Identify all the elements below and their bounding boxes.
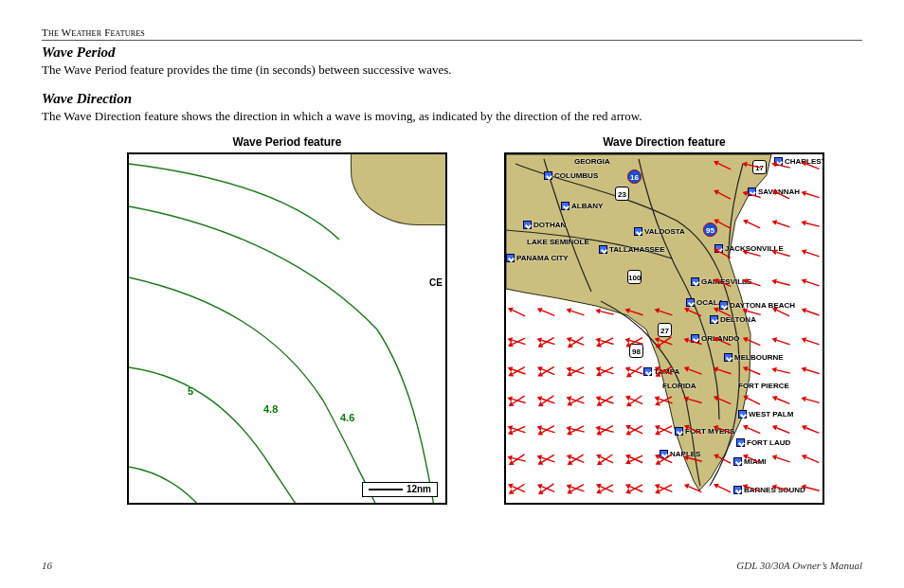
svg-marker-159: [742, 393, 749, 401]
svg-line-64: [513, 338, 526, 344]
svg-line-226: [748, 457, 761, 463]
svg-line-122: [717, 369, 731, 374]
svg-line-196: [805, 428, 819, 434]
svg-marker-251: [624, 489, 631, 496]
svg-marker-193: [742, 423, 749, 430]
svg-marker-5: [771, 160, 777, 167]
svg-marker-49: [624, 307, 631, 313]
wave-arrow-icon: [536, 390, 557, 411]
svg-marker-171: [536, 430, 543, 437]
scale-indicator: 12nm: [362, 482, 438, 497]
svg-marker-263: [771, 483, 777, 490]
svg-marker-25: [713, 246, 719, 254]
city-label: LAKE SEMINOLE: [527, 238, 589, 246]
wave-arrow-icon: [624, 302, 645, 323]
wave-arrow-icon: [801, 214, 822, 235]
svg-marker-145: [595, 401, 602, 409]
svg-line-194: [776, 428, 789, 434]
svg-marker-11: [742, 189, 748, 196]
wave-arrow-icon: [713, 273, 733, 294]
wave-arrow-icon: [536, 478, 557, 499]
svg-line-234: [513, 484, 525, 491]
section-header: The Weather Features: [42, 27, 862, 41]
svg-line-162: [805, 399, 819, 402]
svg-line-114: [630, 366, 642, 375]
svg-line-4: [776, 165, 790, 169]
city-marker-icon: [506, 254, 515, 262]
wave-arrow-icon: [801, 361, 822, 382]
city-marker-icon: [523, 221, 532, 229]
wave-arrow-icon: [801, 331, 822, 352]
svg-marker-247: [595, 489, 602, 496]
svg-line-8: [718, 192, 731, 199]
city-marker-icon: [733, 486, 742, 494]
svg-marker-13: [771, 188, 778, 196]
wave-arrow-icon: [742, 185, 763, 205]
svg-marker-205: [536, 460, 543, 468]
wave-arrow-icon: [713, 361, 733, 382]
svg-marker-137: [536, 401, 544, 409]
wave-arrow-icon: [566, 361, 587, 382]
wave-arrow-icon: [507, 419, 528, 440]
svg-line-58: [777, 310, 790, 315]
wave-arrow-icon: [771, 331, 792, 352]
contour-label: 4.8: [263, 403, 278, 415]
wave-arrow-icon: [595, 478, 616, 499]
svg-marker-187: [654, 430, 660, 437]
svg-line-132: [513, 396, 525, 403]
wave-direction-heading: Wave Direction: [42, 91, 862, 107]
svg-line-118: [660, 366, 672, 374]
wave-arrow-icon: [566, 390, 587, 411]
svg-marker-53: [683, 306, 690, 313]
svg-line-154: [688, 399, 701, 402]
wave-arrow-icon: [507, 331, 528, 352]
svg-line-230: [805, 457, 819, 463]
svg-marker-37: [771, 277, 777, 284]
svg-marker-133: [507, 401, 514, 409]
wave-arrow-icon: [624, 390, 645, 411]
svg-line-30: [805, 252, 819, 257]
svg-line-128: [805, 369, 819, 373]
city-label: DOTHAN: [523, 221, 566, 229]
svg-marker-81: [624, 342, 631, 349]
svg-marker-65: [507, 342, 514, 349]
wave-arrow-icon: [683, 478, 704, 499]
svg-marker-89: [713, 335, 719, 342]
wave-arrow-icon: [771, 478, 792, 499]
svg-marker-59: [771, 306, 778, 313]
wave-arrow-icon: [624, 361, 645, 382]
wave-arrow-icon: [742, 419, 763, 440]
svg-line-190: [717, 428, 731, 433]
city-label: ALBANY: [561, 202, 603, 210]
city-marker-icon: [561, 202, 570, 210]
svg-marker-209: [566, 460, 572, 468]
svg-line-178: [601, 426, 613, 433]
svg-line-204: [542, 454, 554, 462]
wave-arrow-icon: [536, 449, 557, 470]
svg-marker-93: [771, 336, 778, 343]
svg-line-256: [688, 487, 701, 492]
city-marker-icon: [738, 410, 747, 419]
wave-arrow-icon: [713, 419, 733, 440]
svg-line-110: [601, 367, 613, 374]
wave-arrow-icon: [683, 390, 704, 411]
wave-arrow-icon: [536, 419, 557, 440]
svg-line-148: [630, 396, 642, 404]
wave-arrow-icon: [742, 155, 763, 176]
svg-marker-255: [654, 489, 660, 496]
svg-line-208: [571, 454, 584, 462]
svg-line-136: [542, 396, 553, 404]
svg-marker-77: [595, 342, 602, 349]
svg-line-80: [630, 338, 642, 345]
svg-line-20: [776, 223, 789, 227]
svg-line-12: [777, 192, 790, 198]
svg-line-174: [571, 426, 584, 433]
wave-arrow-icon: [624, 331, 645, 352]
city-marker-icon: [599, 245, 607, 254]
wave-arrow-icon: [742, 302, 763, 323]
wave-arrow-icon: [683, 419, 704, 440]
svg-line-46: [600, 312, 614, 315]
wave-arrow-icon: [771, 449, 792, 470]
svg-marker-1: [713, 159, 719, 167]
svg-marker-51: [654, 307, 660, 313]
